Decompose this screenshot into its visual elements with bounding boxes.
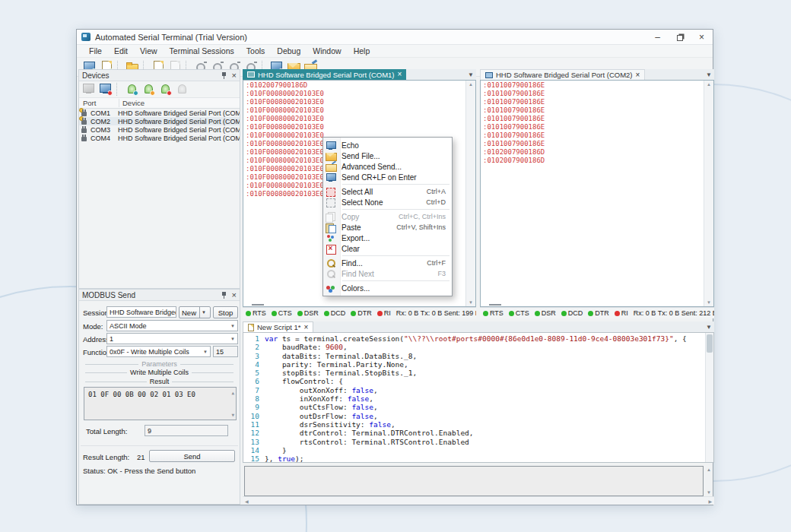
- context-menu-item[interactable]: Select NoneCtrl+D: [323, 197, 452, 207]
- tab-list-icon[interactable]: ▼: [465, 69, 476, 80]
- scroll-up-icon[interactable]: ▲: [707, 467, 711, 472]
- scroll-left-icon[interactable]: ◀: [245, 499, 249, 504]
- device-row[interactable]: COM2HHD Software Bridged Serial Port (CO…: [79, 117, 240, 125]
- close-icon[interactable]: ×: [304, 324, 309, 331]
- notification-remove-icon[interactable]: [158, 83, 172, 96]
- terminal-line: :010F000800020103E0: [246, 148, 324, 157]
- devices-toolbar: [79, 81, 240, 98]
- tab-new-script[interactable]: New Script 1* ×: [243, 321, 313, 332]
- com1-terminal-lines: :0102007900186D:010F000800020103E0:010F0…: [246, 81, 324, 198]
- context-menu-item[interactable]: Colors...: [323, 283, 452, 293]
- status-badge: [167, 90, 172, 96]
- menu-window[interactable]: Window: [307, 46, 347, 56]
- device-port: COM4: [91, 135, 118, 142]
- script-output-box[interactable]: [244, 466, 704, 496]
- tab-list-icon[interactable]: ▼: [704, 321, 714, 332]
- notification-search-icon[interactable]: [125, 83, 138, 96]
- code-line: 11 dsrSensitivity: false,: [243, 420, 713, 429]
- scrollbar-thumb[interactable]: [707, 334, 713, 353]
- stop-monitoring-icon[interactable]: [99, 83, 113, 96]
- terminal-line: :0101007900186E: [483, 115, 545, 123]
- restore-button[interactable]: [669, 30, 691, 44]
- scroll-down-icon[interactable]: ▼: [704, 300, 713, 305]
- divider: [81, 445, 238, 446]
- mode-combobox[interactable]: ASCII Mode▼: [106, 320, 238, 331]
- context-menu-item[interactable]: Find...Ctrl+F: [323, 258, 452, 268]
- tab-list-icon[interactable]: ▼: [704, 69, 714, 80]
- menu-tools[interactable]: Tools: [240, 46, 272, 56]
- device-row[interactable]: COM4HHD Software Bridged Serial Port (CO…: [79, 134, 240, 142]
- close-icon[interactable]: ×: [636, 71, 640, 79]
- minimize-button[interactable]: –: [646, 30, 669, 44]
- scroll-down-icon[interactable]: ▼: [231, 412, 234, 417]
- signal-dot: [297, 311, 303, 316]
- com2-scrollbar[interactable]: ▲ ▼: [704, 81, 713, 306]
- menu-debug[interactable]: Debug: [271, 46, 307, 56]
- write-coils-group-header[interactable]: Write Multiple Coils: [82, 369, 237, 376]
- device-row[interactable]: COM3HHD Software Bridged Serial Port (CO…: [79, 125, 240, 134]
- com2-signals: RTSCTSDSRDCDDTRRI: [483, 309, 634, 317]
- monitor-crlf-icon: [326, 173, 336, 182]
- modbus-panel-header: MODBUS Send ×: [79, 290, 240, 301]
- scroll-up-icon[interactable]: ▲: [466, 82, 475, 87]
- context-menu-item[interactable]: Clear: [323, 243, 452, 254]
- scroll-right-icon[interactable]: ▶: [708, 499, 712, 504]
- column-device[interactable]: Device: [119, 99, 240, 107]
- notification-add-icon[interactable]: [141, 83, 155, 96]
- signal-dot: [509, 311, 514, 316]
- function-count-field[interactable]: 15: [213, 346, 238, 357]
- context-menu-item[interactable]: Export...: [323, 233, 452, 243]
- menu-terminal-sessions[interactable]: Terminal Sessions: [164, 46, 240, 56]
- context-menu-item[interactable]: Send File...: [323, 150, 452, 161]
- signal-dot: [615, 311, 620, 316]
- context-menu-item[interactable]: Advanced Send...: [323, 161, 452, 172]
- splitter-handle[interactable]: [489, 304, 501, 306]
- scroll-up-icon[interactable]: ▲: [704, 82, 713, 87]
- context-menu-item[interactable]: Send CR+LF on Enter: [323, 172, 452, 182]
- editor-scrollbar[interactable]: [705, 333, 713, 462]
- pin-icon[interactable]: [221, 71, 227, 79]
- menu-edit[interactable]: Edit: [108, 46, 134, 56]
- scroll-down-icon[interactable]: ▼: [466, 300, 475, 305]
- pin-icon[interactable]: [221, 291, 227, 299]
- com2-terminal-content[interactable]: :0101007900186E:0101007900186E:010100790…: [480, 80, 714, 307]
- context-menu-item[interactable]: Echo: [323, 140, 452, 150]
- output-scroll-arrows[interactable]: ▲▼: [705, 466, 713, 496]
- tab-com2[interactable]: HHD Software Bridged Serial Port (COM2) …: [480, 69, 645, 80]
- close-icon[interactable]: ×: [232, 291, 237, 299]
- horizontal-scrollbar[interactable]: ◀ ▶: [243, 496, 714, 505]
- scroll-down-icon[interactable]: ▼: [707, 490, 711, 495]
- menu-item-label: Select None: [341, 198, 383, 207]
- result-group-header[interactable]: Result: [82, 378, 237, 385]
- splitter-handle[interactable]: [252, 304, 264, 306]
- new-session-dropdown[interactable]: ▼: [199, 307, 208, 318]
- status-badge: [107, 90, 113, 96]
- menu-help[interactable]: Help: [348, 46, 376, 56]
- terminal-line: :010F000800020103E0: [246, 131, 324, 140]
- com1-scrollbar[interactable]: ▲ ▼: [465, 81, 475, 306]
- close-icon[interactable]: ×: [398, 71, 402, 78]
- column-port[interactable]: Port: [79, 99, 119, 107]
- script-tabstrip: New Script 1* × ▼: [243, 321, 714, 332]
- stop-button[interactable]: Stop: [213, 306, 238, 318]
- address-combobox[interactable]: 1▼: [106, 333, 238, 344]
- send-button[interactable]: Send: [149, 450, 235, 462]
- close-button[interactable]: ×: [691, 30, 713, 44]
- function-combobox[interactable]: 0x0F - Write Multiple Coils▼: [106, 346, 211, 357]
- tab-com1[interactable]: HHD Software Bridged Serial Port (COM1) …: [243, 69, 406, 80]
- device-row[interactable]: COM1HHD Software Bridged Serial Port (CO…: [79, 109, 240, 117]
- terminal-line: :010F000800020103E0: [246, 182, 324, 190]
- menu-file[interactable]: File: [83, 46, 108, 56]
- result-textbox[interactable]: 01 0F 00 0B 00 02 01 03 E0 ▲ ▼: [84, 387, 237, 420]
- menu-item-label: Clear: [341, 245, 360, 253]
- total-length-field[interactable]: 9: [145, 425, 228, 436]
- menu-separator: [342, 280, 450, 281]
- context-menu-item[interactable]: Select AllCtrl+A: [323, 186, 452, 197]
- close-icon[interactable]: ×: [232, 71, 237, 80]
- scroll-up-icon[interactable]: ▲: [231, 390, 234, 395]
- context-menu-item[interactable]: PasteCtrl+V, Shift+Ins: [323, 222, 452, 233]
- new-session-button[interactable]: New ▼: [179, 306, 211, 318]
- script-editor[interactable]: 1var ts = terminal.createSession("\\??\\…: [243, 332, 714, 463]
- menu-view[interactable]: View: [134, 46, 164, 56]
- session-combobox[interactable]: HHD Software Bridged Seri▼: [106, 306, 176, 318]
